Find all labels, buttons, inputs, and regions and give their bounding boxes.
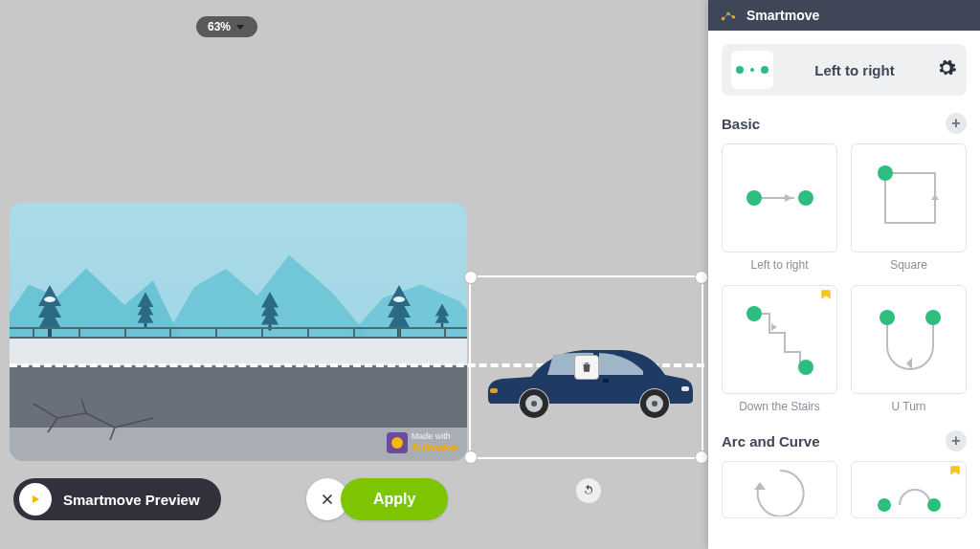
chevron-down-icon: [236, 25, 244, 30]
svg-point-24: [927, 498, 941, 512]
preview-label: Smartmove Preview: [63, 492, 200, 508]
resize-handle[interactable]: [465, 451, 477, 463]
resize-handle[interactable]: [696, 272, 707, 283]
svg-point-11: [736, 66, 744, 74]
watermark: Made with Animaker: [387, 432, 459, 453]
section-arc-and-curve: Arc and Curve +: [722, 430, 967, 518]
apply-button[interactable]: Apply: [341, 478, 448, 520]
svg-rect-17: [885, 173, 935, 223]
smartmove-panel: Smartmove Left to right Basic + Left to …: [708, 0, 980, 549]
add-button[interactable]: +: [946, 430, 967, 451]
star-icon: [818, 289, 834, 308]
svg-point-19: [746, 306, 762, 321]
settings-button[interactable]: [936, 57, 957, 82]
tree: [138, 299, 154, 329]
svg-point-14: [746, 190, 762, 206]
move-card-down-the-stairs[interactable]: Down the Stairs: [722, 285, 837, 413]
delete-button[interactable]: [574, 355, 599, 380]
svg-point-13: [761, 66, 768, 74]
animaker-logo-icon: [387, 432, 408, 453]
move-card-circle[interactable]: [722, 461, 837, 518]
tree: [435, 309, 449, 327]
move-label: Down the Stairs: [722, 400, 837, 413]
move-label: Square: [851, 258, 967, 272]
svg-point-20: [798, 360, 813, 375]
move-card-square[interactable]: Square: [851, 143, 967, 272]
section-basic: Basic + Left to right Square Down the St…: [722, 113, 967, 413]
svg-point-22: [925, 310, 941, 325]
panel-title: Smartmove: [746, 8, 819, 23]
star-icon: [947, 465, 963, 484]
move-card-left-to-right[interactable]: Left to right: [722, 143, 837, 272]
add-button[interactable]: +: [946, 113, 967, 134]
rotate-button[interactable]: [576, 478, 601, 503]
tree: [261, 299, 278, 331]
svg-point-23: [878, 498, 891, 512]
resize-handle[interactable]: [696, 451, 707, 463]
canvas-stage[interactable]: Made with Animaker: [10, 203, 467, 461]
zoom-control[interactable]: 63%: [196, 16, 257, 37]
panel-header: Smartmove: [708, 0, 980, 31]
move-card-u-turn[interactable]: U Turn: [851, 285, 967, 413]
current-move-title: Left to right: [773, 62, 936, 78]
apply-group: Apply: [306, 478, 448, 520]
smartmove-icon: [720, 7, 737, 24]
watermark-brand: Animaker: [412, 442, 459, 453]
section-title: Arc and Curve: [722, 433, 820, 450]
move-label: U Turn: [851, 400, 967, 413]
selection-box[interactable]: [469, 275, 703, 459]
move-label: Left to right: [722, 258, 837, 272]
guardrail: [10, 327, 467, 339]
move-card-drop[interactable]: [851, 461, 967, 518]
svg-point-18: [878, 165, 893, 181]
svg-point-12: [750, 68, 754, 72]
current-move-thumb: [731, 51, 773, 89]
svg-point-16: [798, 190, 813, 206]
resize-handle[interactable]: [465, 272, 477, 283]
section-title: Basic: [722, 116, 760, 132]
svg-point-21: [880, 310, 895, 325]
preview-pill: Smartmove Preview: [13, 478, 221, 520]
play-button[interactable]: [19, 483, 52, 516]
zoom-value: 63%: [208, 20, 231, 33]
current-move-bar: Left to right: [722, 44, 967, 96]
road-cracks: [29, 394, 163, 442]
watermark-line1: Made with: [412, 432, 459, 442]
